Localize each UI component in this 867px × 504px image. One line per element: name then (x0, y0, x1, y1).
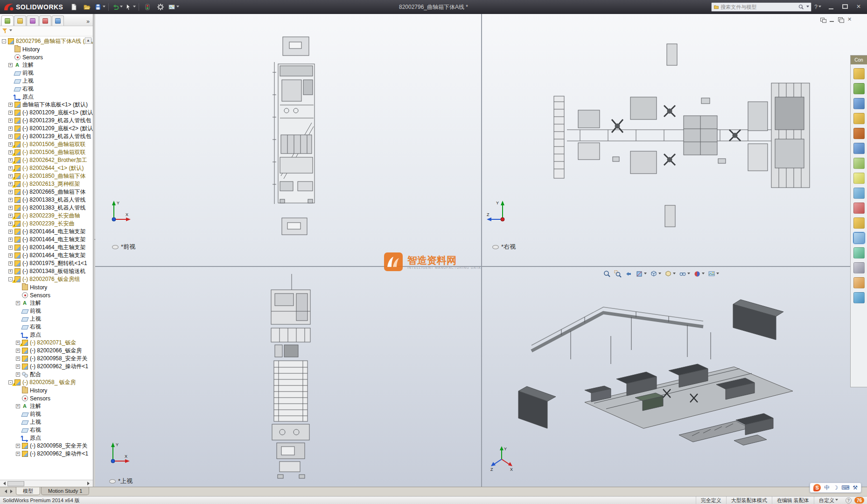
expand-toggle-icon[interactable] (16, 349, 20, 353)
close-document-button[interactable] (846, 17, 853, 23)
task-pane-icon[interactable] (853, 113, 865, 124)
notification-badge[interactable]: 76 (854, 497, 864, 504)
expand-toggle-icon[interactable] (16, 357, 20, 361)
tree-item[interactable]: (-) 82002665_曲轴箱下体 (0, 188, 93, 196)
task-pane-icon[interactable] (853, 262, 865, 273)
tree-item[interactable]: (-) 82001383_机器人管线 (0, 204, 93, 212)
expand-toggle-icon[interactable] (8, 206, 13, 210)
tree-item[interactable]: (-) 82002058_ 钣金房 (0, 378, 93, 386)
tree-item[interactable]: History (0, 45, 93, 53)
expand-toggle-icon[interactable] (8, 269, 13, 273)
minimize-button[interactable] (824, 2, 838, 12)
expand-toggle-icon[interactable] (16, 372, 20, 377)
expand-toggle-icon[interactable] (16, 452, 20, 456)
expand-toggle-icon[interactable] (8, 150, 13, 154)
task-pane-icon[interactable] (853, 83, 865, 94)
tree-item[interactable]: (-) 82002071_钣金 (0, 339, 93, 347)
tree-item[interactable]: 上视 (0, 418, 93, 426)
tree-item[interactable]: (-) 82000958_安全开关 (0, 355, 93, 363)
language-icon[interactable]: 中 (824, 483, 830, 492)
expand-toggle-icon[interactable] (16, 301, 20, 305)
zoom-fit-button[interactable] (602, 269, 612, 279)
tree-item[interactable]: (-) 82001239_机器人管线包 (0, 117, 93, 125)
task-pane-icon[interactable] (853, 292, 865, 303)
status-help-button[interactable]: ? (846, 497, 852, 504)
tree-item[interactable]: 原点 (0, 93, 93, 101)
expand-toggle-icon[interactable] (8, 111, 13, 115)
task-pane-icon[interactable] (853, 277, 865, 288)
tree-item[interactable]: (-) 82002239_长安曲 (0, 220, 93, 228)
task-pane-icon[interactable] (853, 188, 865, 199)
minimize-document-button[interactable] (828, 17, 835, 23)
tree-item[interactable]: (-) 82001239_机器人管线包 (0, 133, 93, 140)
tools-icon[interactable]: ⚒ (853, 483, 858, 492)
expand-toggle-icon[interactable] (8, 190, 13, 194)
task-pane-icon[interactable] (853, 68, 865, 79)
isometric-view-pane[interactable]: Y X Z (482, 267, 867, 487)
expand-toggle-icon[interactable] (8, 277, 13, 281)
tree-item[interactable]: 配合 (0, 371, 93, 378)
search-input[interactable] (720, 4, 797, 10)
expand-toggle-icon[interactable] (8, 158, 13, 162)
search-icon[interactable] (798, 4, 804, 10)
tree-item[interactable]: 注解 (0, 61, 93, 69)
tree-item[interactable]: (-) 82001348_板链输送机 (0, 267, 93, 275)
expand-toggle-icon[interactable] (8, 245, 13, 250)
viewport-horizontal-splitter[interactable] (95, 266, 867, 267)
expand-toggle-icon[interactable] (8, 134, 13, 139)
tree-item[interactable]: (-) 82000958_安全开关 (0, 442, 93, 450)
tree-scroll-up-button[interactable]: ▲ (85, 37, 91, 44)
expand-toggle-icon[interactable] (16, 341, 20, 345)
expand-toggle-icon[interactable] (8, 214, 13, 218)
maximize-button[interactable] (838, 2, 852, 12)
close-button[interactable] (852, 2, 866, 12)
keyboard-icon[interactable]: ⌨ (841, 483, 849, 492)
tree-item[interactable]: (-) 82002644_<1> (默认) (0, 164, 93, 172)
tree-item[interactable]: (-) 82002613_两种框架 (0, 180, 93, 188)
right-view-pane[interactable]: Y Z *右视 (482, 14, 867, 266)
filter-caret[interactable] (9, 29, 12, 33)
expand-toggle-icon[interactable] (8, 63, 13, 67)
motion-study-tab[interactable]: Motion Study 1 (41, 487, 89, 495)
expand-toggle-icon[interactable] (8, 222, 13, 226)
task-pane-icon[interactable] (853, 143, 865, 154)
model-tab[interactable]: 模型 (16, 487, 40, 495)
displaymanager-tab[interactable] (52, 15, 64, 26)
tree-item[interactable]: (-) 82001850_曲轴箱下体 (0, 172, 93, 180)
scene-caret[interactable] (716, 273, 719, 276)
tree-item[interactable]: 注解 (0, 402, 93, 410)
view-orientation-caret[interactable] (658, 273, 661, 276)
tree-item[interactable]: (-) 82002076_钣金房组 (0, 275, 93, 283)
new-document-button[interactable] (68, 1, 80, 13)
capture-dropdown-caret[interactable] (176, 6, 179, 9)
task-pane-icon[interactable] (853, 232, 865, 244)
tree-item[interactable]: (-) 82002066_钣金房 (0, 347, 93, 355)
display-style-caret[interactable] (673, 273, 676, 276)
expand-toggle-icon[interactable] (16, 364, 20, 369)
expand-toggle-icon[interactable] (8, 142, 13, 147)
zoom-area-button[interactable] (613, 269, 622, 279)
expand-toggle-icon[interactable] (8, 253, 13, 258)
tree-item[interactable]: (-) 82002642_Brother加工 (0, 156, 93, 164)
half-moon-icon[interactable]: ☽ (833, 483, 838, 492)
open-button[interactable] (81, 1, 93, 13)
expand-toggle-icon[interactable] (8, 126, 13, 131)
view-orientation-button[interactable] (649, 269, 662, 279)
tree-item[interactable]: 上视 (0, 315, 93, 323)
sogou-logo-icon[interactable]: S (813, 484, 821, 491)
tree-item[interactable]: 前视 (0, 307, 93, 315)
tree-item[interactable]: Sensors (0, 291, 93, 299)
scrollbar-thumb[interactable] (7, 481, 24, 486)
tree-item[interactable]: (-) 82000962_操动件<1 (0, 363, 93, 371)
tree-item[interactable]: 注解 (0, 299, 93, 307)
options-button[interactable] (154, 1, 167, 13)
capture-button[interactable] (168, 1, 180, 13)
tree-item[interactable]: 右视 (0, 323, 93, 331)
featuremanager-tab[interactable] (1, 15, 14, 26)
tree-item[interactable]: History (0, 386, 93, 394)
expand-toggle-icon[interactable] (8, 230, 13, 234)
tree-item[interactable]: History (0, 283, 93, 291)
tree-horizontal-scrollbar[interactable] (0, 480, 93, 487)
tree-item[interactable]: (-) 82001506_曲轴箱双联 (0, 148, 93, 156)
tree-item[interactable]: (-) 82002239_长安曲轴 (0, 212, 93, 220)
